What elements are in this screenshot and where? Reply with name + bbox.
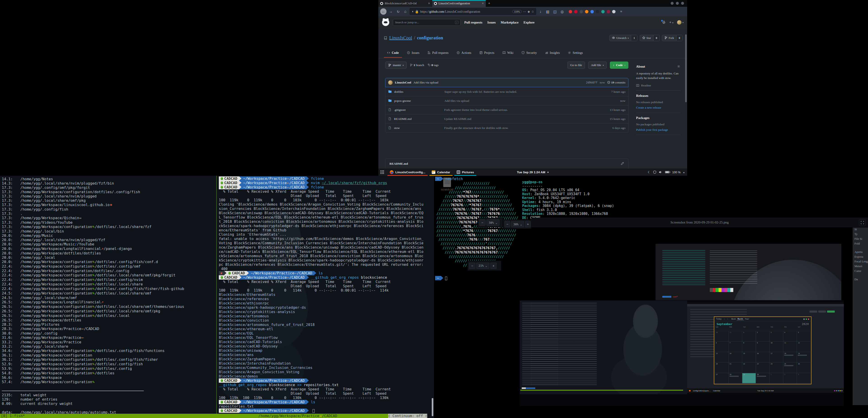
file-name-link[interactable]: stow — [394, 126, 441, 130]
taskbar-item-pictures[interactable]: Pictures — [454, 169, 477, 176]
calendar-day[interactable]: 1 — [742, 331, 756, 341]
downloads-icon[interactable]: ↓ — [537, 9, 544, 13]
code-button[interactable]: ↓ Code ▾ — [610, 62, 628, 69]
calendar-day[interactable]: 12 — [797, 341, 811, 352]
calendar-day[interactable]: 29 — [742, 373, 756, 383]
github-search-input[interactable]: Search or jump to... / — [393, 19, 461, 26]
tab-issues[interactable]: Issues — [404, 49, 423, 58]
home-button[interactable]: ⌂ — [402, 9, 408, 13]
commit-history-link[interactable]: 19 commits — [607, 81, 625, 84]
window-button[interactable] — [676, 2, 679, 5]
calendar-day[interactable]: 30 — [756, 373, 770, 383]
star-button[interactable]: Star0 — [640, 35, 659, 41]
repo-name-link[interactable]: configuration — [417, 35, 443, 40]
tab-projects[interactable]: Projects — [476, 49, 498, 58]
calendar-day[interactable]: 10 — [770, 341, 783, 352]
caret-up-icon[interactable]: ▴ — [683, 171, 684, 174]
clipboard-icon[interactable] — [612, 10, 616, 13]
calendar-view-week[interactable]: Week — [731, 318, 737, 320]
github-logo-icon[interactable] — [382, 19, 389, 26]
readme-link[interactable]: Readme — [636, 84, 680, 87]
tab-wiki[interactable]: Wiki — [499, 49, 517, 58]
zoom-in-button[interactable]: + — [490, 263, 497, 269]
zoom-out-button[interactable]: − — [504, 221, 510, 227]
calendar-day[interactable]: 27 — [715, 373, 728, 383]
file-commit-message[interactable]: Super supe up my fish with fzf. Batterie… — [444, 90, 598, 94]
window-controls[interactable] — [671, 2, 684, 5]
night-light-icon[interactable]: ☾ — [648, 170, 651, 174]
create-release-link[interactable]: Create a new release — [636, 106, 680, 110]
close-icon[interactable]: ✕ — [482, 2, 484, 5]
calendar-view-year[interactable]: Year — [744, 318, 750, 320]
image-viewer-titlebar[interactable]: Screenshot from 2020-09-29 01-02-25.png — [531, 217, 868, 228]
tab-settings[interactable]: Settings — [565, 49, 586, 58]
reload-button[interactable]: ↻ — [395, 9, 401, 14]
calendar-day[interactable]: 22 — [742, 362, 756, 373]
calendar-day[interactable]: 2 — [756, 331, 770, 341]
file-commit-message[interactable]: Update README.md — [444, 117, 598, 121]
tmux-session-label[interactable]: [0] 1:fish* — [0, 414, 25, 418]
file-commit-message[interactable]: Add files via upload — [444, 99, 598, 103]
tmux-pane-divider[interactable] — [216, 176, 217, 414]
calendar-day[interactable]: 26 — [797, 362, 811, 373]
tab-actions[interactable]: Actions — [454, 49, 474, 58]
calendar-day[interactable]: 19 — [797, 352, 811, 362]
zoom-out-button[interactable]: − — [469, 263, 475, 269]
globe-icon[interactable] — [601, 10, 604, 13]
fork-button[interactable]: Fork0 — [662, 35, 683, 41]
calendar-day[interactable]: 8 — [742, 341, 756, 352]
library-icon[interactable]: ▥ — [545, 9, 551, 14]
file-commit-message[interactable]: Finally got the structure down for dotfi… — [444, 126, 598, 130]
zoom-level-badge[interactable]: 110% — [512, 10, 522, 13]
calendar-day[interactable]: 6 — [715, 341, 728, 352]
bitwarden-icon[interactable] — [590, 10, 594, 13]
battery-icon[interactable] — [665, 171, 670, 173]
tab-insights[interactable]: Insights — [542, 49, 563, 58]
branch-count[interactable]: 1 branch — [410, 63, 424, 67]
calendar-day[interactable]: 5 — [797, 331, 811, 341]
owl-icon[interactable] — [596, 10, 599, 13]
tab-pull-requests[interactable]: Pull requests — [424, 49, 452, 58]
github-nav-explore[interactable]: Explore — [524, 21, 535, 24]
file-name-link[interactable]: .gitignore — [394, 108, 441, 112]
zoom-value[interactable]: 38% — [489, 221, 494, 225]
atom-icon[interactable] — [607, 10, 610, 13]
ghostery-icon[interactable] — [580, 10, 583, 13]
file-name-link[interactable]: popos-gnome — [394, 99, 442, 103]
browser-tab[interactable]: LinuxIsCool/configuration✕ — [432, 0, 486, 7]
url-bar[interactable]: ◖ 🔒 https://github.com/LinuxIsCool/confi… — [410, 8, 536, 15]
github-nav-pull-requests[interactable]: Pull requests — [464, 21, 483, 24]
pocket-icon[interactable] — [569, 10, 572, 13]
calendar-day[interactable]: 28 — [728, 373, 742, 383]
tab-code[interactable]: Code — [384, 49, 402, 58]
calendar-day[interactable]: 18 — [783, 352, 797, 362]
tag-count[interactable]: 0 tags — [428, 63, 438, 67]
metamask-icon[interactable] — [585, 10, 588, 13]
github-nav-issues[interactable]: Issues — [487, 21, 496, 24]
file-row[interactable]: stowFinally got the structure down for d… — [385, 123, 628, 132]
branch-selector[interactable]: master ▾ — [385, 62, 407, 69]
zoom-value[interactable]: 21% — [478, 264, 484, 267]
avatar[interactable]: ▾ — [677, 20, 684, 25]
github-nav-marketplace[interactable]: Marketplace — [501, 21, 519, 24]
calendar-day[interactable]: 17 — [770, 352, 783, 362]
latest-commit-bar[interactable]: LinuxIsCool Add files via upload 2d9ddff… — [385, 78, 628, 87]
file-row[interactable]: .gitignoreFork agnoster theme into local… — [385, 105, 628, 114]
terminal-scrollbar[interactable] — [432, 398, 433, 416]
edit-pencil-icon[interactable] — [621, 162, 624, 166]
calendar-day[interactable]: 24 — [770, 362, 783, 373]
calendar-day[interactable]: 16 — [756, 352, 770, 362]
calendar-day[interactable]: 1 — [770, 373, 783, 383]
applications-grid-icon[interactable] — [380, 170, 384, 174]
commit-message[interactable]: Add files via upload — [413, 81, 438, 84]
calendar-day[interactable]: 3 — [770, 331, 783, 341]
zoom-value[interactable]: 38% — [513, 222, 519, 226]
adblock-plus-icon[interactable] — [574, 10, 578, 13]
file-row[interactable]: popos-gnomeAdd files via uploadnow — [385, 96, 628, 105]
bookmark-star-icon[interactable]: ☆ — [531, 10, 534, 13]
unwatch-button[interactable]: Unwatch▾1 — [610, 35, 637, 41]
publish-package-link[interactable]: Publish your first package — [636, 128, 680, 132]
privacy-shield-icon[interactable] — [653, 170, 656, 174]
window-button[interactable] — [671, 2, 674, 5]
zoom-out-button[interactable]: − — [479, 219, 486, 226]
